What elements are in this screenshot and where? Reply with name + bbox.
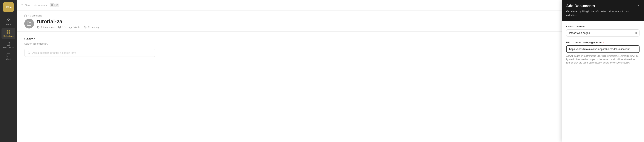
folder-icon: [27, 21, 32, 26]
search-field-icon: [28, 51, 30, 54]
breadcrumb-collections[interactable]: Collections: [30, 14, 42, 17]
collection-header: tutorial-2a 0 documents: [24, 19, 636, 29]
sidebar-item-chat-label: Chat: [6, 58, 10, 60]
collection-meta: 0 documents 0 B: [37, 26, 100, 29]
search-bar[interactable]: Search documents ⌘ K: [20, 3, 59, 7]
url-hint: All web pages linked from this URL will …: [566, 54, 640, 64]
panel-title: Add Documents: [566, 4, 640, 8]
svg-point-8: [28, 52, 30, 54]
svg-point-4: [21, 4, 23, 6]
collection-info: tutorial-2a 0 documents: [37, 19, 100, 29]
sidebar-item-home-label: Home: [6, 23, 11, 26]
collection-search-field[interactable]: Ask a question or enter a search term: [24, 49, 155, 57]
logo-text: H2O.ai: [4, 6, 12, 9]
svg-rect-0: [7, 31, 8, 32]
lock-icon: [69, 26, 72, 29]
panel-header: Add Documents Get started by filling in …: [562, 0, 644, 21]
search-section-title: Search: [24, 37, 636, 41]
app-logo[interactable]: H2O.ai: [3, 2, 14, 12]
collection-folder-icon-container: [24, 19, 34, 29]
add-documents-panel: Add Documents Get started by filling in …: [562, 0, 644, 142]
search-icon: [20, 4, 24, 7]
home-breadcrumb-icon: [24, 15, 27, 17]
sidebar-item-chat[interactable]: Chat: [2, 51, 15, 62]
documents-count: 0 documents: [40, 26, 54, 29]
home-icon: [6, 18, 10, 23]
documents-icon: [6, 42, 10, 46]
time-ago: 35 sec. ago: [88, 26, 100, 29]
collection-name: tutorial-2a: [37, 19, 100, 25]
clock-icon: [84, 26, 86, 29]
search-field-placeholder: Ask a question or enter a search term: [32, 51, 76, 54]
choose-method-label: Choose method: [566, 25, 640, 28]
method-select-wrapper: Import web pages Upload files Enter text…: [566, 29, 640, 37]
svg-rect-2: [7, 32, 8, 34]
svg-rect-1: [9, 31, 10, 32]
sidebar-item-collections-label: Collections: [3, 35, 14, 37]
search-shortcut: ⌘ K: [50, 3, 59, 7]
meta-size: 0 B: [58, 26, 66, 29]
sidebar-item-home[interactable]: Home: [2, 17, 15, 27]
collection-size: 0 B: [62, 26, 66, 29]
required-indicator: *: [603, 41, 604, 44]
shortcut-key1: ⌘: [50, 3, 54, 7]
sidebar-item-documents[interactable]: Documents: [2, 40, 15, 51]
shortcut-key2: K: [55, 4, 59, 7]
file-icon: [37, 26, 40, 29]
method-select[interactable]: Import web pages Upload files Enter text: [566, 29, 640, 37]
search-placeholder-text: Search documents: [25, 4, 47, 7]
panel-subtitle: Get started by filling in the informatio…: [566, 10, 640, 17]
breadcrumb-separator: ›: [28, 14, 29, 17]
meta-time: 35 sec. ago: [84, 26, 100, 29]
topbar: Search documents ⌘ K: [17, 0, 644, 11]
sidebar-item-collections[interactable]: Collections: [2, 28, 15, 39]
url-input[interactable]: [566, 45, 640, 53]
meta-visibility: Private: [69, 26, 80, 29]
breadcrumb: › Collections: [24, 14, 636, 17]
url-label: URL to import web pages from *: [566, 41, 640, 44]
visibility-text: Private: [73, 26, 80, 29]
url-label-text: URL to import web pages from: [566, 41, 602, 44]
sidebar-item-documents-label: Documents: [3, 47, 14, 49]
sidebar: H2O.ai Home Collections Documents Chat: [0, 0, 17, 142]
page-header: › Collections tutorial-2a 0 documents: [17, 11, 644, 32]
svg-rect-3: [9, 32, 10, 34]
page-body: Search Search this collection. Ask a que…: [17, 32, 644, 142]
svg-rect-6: [70, 27, 72, 28]
panel-body: Choose method Import web pages Upload fi…: [562, 21, 644, 142]
panel-close-button[interactable]: ×: [636, 3, 641, 8]
storage-icon: [58, 26, 61, 29]
svg-point-5: [58, 26, 60, 27]
collections-icon: [6, 30, 10, 34]
chat-icon: [6, 53, 10, 57]
main-content: Search documents ⌘ K › Collections tutor…: [17, 0, 644, 142]
search-section-subtitle: Search this collection.: [24, 42, 636, 45]
meta-documents: 0 documents: [37, 26, 54, 29]
